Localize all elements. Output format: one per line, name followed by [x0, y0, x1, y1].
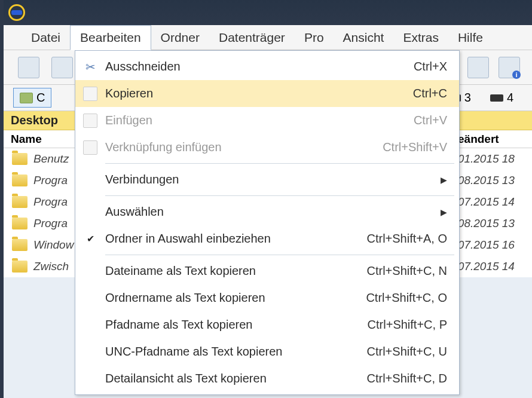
menu-item-label: Kopieren	[105, 87, 413, 100]
col-modified[interactable]: eändert	[458, 133, 532, 146]
separator	[105, 163, 454, 164]
paste-link-icon	[83, 140, 97, 155]
shortcut: Ctrl+Shift+C, U	[367, 345, 447, 359]
folder-icon	[12, 239, 27, 251]
shortcut: Ctrl+Shift+C, D	[367, 372, 447, 385]
menu-item-label: Verbindungen	[105, 173, 439, 186]
menu-item-ordnername-als-text-kopieren[interactable]: Ordnername als Text kopierenCtrl+Shift+C…	[75, 284, 459, 311]
folder-icon	[12, 218, 27, 229]
shortcut: Ctrl+Shift+C, N	[367, 264, 447, 278]
drive-label: 4	[507, 91, 513, 105]
menu-item-dateiname-als-text-kopieren[interactable]: Dateiname als Text kopierenCtrl+Shift+C,…	[75, 258, 459, 284]
menu-extras[interactable]: Extras	[393, 26, 448, 50]
paste-icon	[83, 114, 97, 128]
menu-item-label: Pfadname als Text kopieren	[105, 318, 368, 332]
menu-item-ausw-hlen[interactable]: Auswählen▶	[75, 198, 459, 225]
menu-item-label: Einfügen	[105, 114, 414, 127]
menu-item-detailansicht-als-text-kopieren[interactable]: Detailansicht als Text kopierenCtrl+Shif…	[75, 365, 459, 392]
menu-item-verbindungen[interactable]: Verbindungen▶	[75, 166, 459, 193]
bearbeiten-dropdown: ✂AusschneidenCtrl+XKopierenCtrl+CEinfüge…	[75, 50, 460, 395]
folder-icon	[12, 261, 27, 273]
menu-item-unc-pfadname-als-text-kopieren[interactable]: UNC-Pfadname als Text kopierenCtrl+Shift…	[75, 338, 459, 365]
menu-item-label: Dateiname als Text kopieren	[105, 264, 367, 278]
menu-bearbeiten[interactable]: Bearbeiten	[70, 25, 151, 50]
menu-item-label: Ordnername als Text kopieren	[105, 291, 366, 305]
menu-pro[interactable]: Pro	[295, 26, 334, 50]
separator	[105, 195, 454, 196]
ram-icon	[490, 94, 503, 102]
submenu-arrow-icon: ▶	[439, 207, 447, 217]
menu-item-label: Verknüpfung einfügen	[105, 140, 383, 154]
toolbar-icon[interactable]	[467, 57, 489, 78]
disk-icon	[20, 93, 33, 103]
drive-label: C	[36, 91, 45, 105]
menu-item-label: UNC-Pfadname als Text kopieren	[105, 345, 367, 359]
menu-item-ausschneiden[interactable]: ✂AusschneidenCtrl+X	[75, 53, 459, 80]
menu-ansicht[interactable]: Ansicht	[334, 26, 394, 50]
shortcut: Ctrl+Shift+C, P	[368, 318, 447, 332]
separator	[105, 255, 454, 255]
drive-4[interactable]: 4	[484, 88, 520, 108]
toolbar-icon[interactable]	[51, 57, 73, 78]
copy-icon	[83, 87, 97, 101]
submenu-arrow-icon: ▶	[439, 175, 447, 185]
shortcut: Ctrl+Shift+C, O	[366, 291, 447, 305]
folder-icon	[12, 153, 27, 165]
menu-item-label: Auswählen	[105, 205, 439, 219]
drive-c[interactable]: C	[13, 88, 51, 108]
toolbar-icon[interactable]	[18, 57, 39, 78]
drive-label: 3	[464, 91, 471, 105]
menu-item-kopieren[interactable]: KopierenCtrl+C	[75, 80, 459, 107]
menu-item-ordner-in-auswahl-einbeziehen[interactable]: ✔Ordner in Auswahl einbeziehenCtrl+Shift…	[75, 225, 459, 252]
menu-item-pfadname-als-text-kopieren[interactable]: Pfadname als Text kopierenCtrl+Shift+C, …	[75, 311, 459, 338]
menu-bar: Datei Bearbeiten Ordner Datenträger Pro …	[4, 25, 532, 50]
shortcut: Ctrl+X	[414, 60, 447, 74]
menu-item-label: Detailansicht als Text kopieren	[105, 372, 367, 385]
shortcut: Ctrl+Shift+V	[383, 140, 447, 154]
folder-info-icon[interactable]	[499, 57, 520, 78]
folder-icon	[12, 196, 27, 208]
menu-hilfe[interactable]: Hilfe	[448, 26, 493, 50]
shortcut: Ctrl+C	[413, 87, 447, 100]
menu-item-verkn-pfung-einf-gen: Verknüpfung einfügenCtrl+Shift+V	[75, 134, 459, 161]
shortcut: Ctrl+Shift+A, O	[367, 232, 448, 246]
check-icon: ✔	[87, 233, 94, 244]
menu-datentraeger[interactable]: Datenträger	[209, 26, 295, 50]
menu-datei[interactable]: Datei	[22, 26, 70, 50]
menu-item-label: Ausschneiden	[105, 60, 414, 74]
menu-item-label: Ordner in Auswahl einbeziehen	[105, 232, 367, 246]
app-logo-icon	[8, 4, 25, 21]
folder-icon	[12, 174, 27, 186]
shortcut: Ctrl+V	[414, 114, 447, 127]
menu-item-einf-gen: EinfügenCtrl+V	[75, 107, 459, 134]
title-bar	[4, 0, 532, 25]
menu-ordner[interactable]: Ordner	[151, 26, 209, 50]
cut-icon: ✂	[85, 60, 96, 74]
